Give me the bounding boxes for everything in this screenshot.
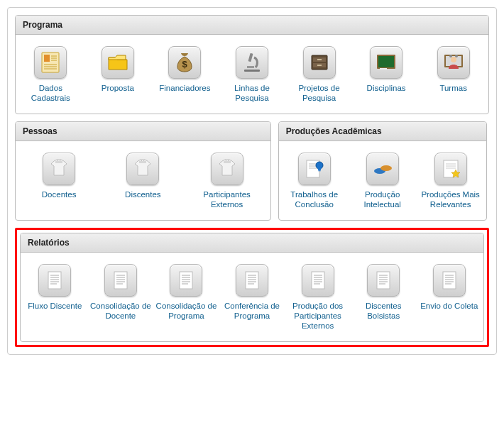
section-header-relatorios: Relatórios <box>21 233 483 253</box>
menu-item-label: Disciplinas <box>367 83 406 93</box>
menu-item-producao-intelectual[interactable]: Produção Intelectual <box>351 153 415 210</box>
menu-item-trabalhos-de-conclusao[interactable]: Trabalhos de Conclusão <box>283 153 346 210</box>
menu-item-proposta[interactable]: Proposta <box>86 46 150 104</box>
menu-item-label: Produções Mais Relevantes <box>419 189 483 210</box>
menu-item-label: Dados Cadastrais <box>18 83 82 104</box>
form-icon <box>34 46 67 79</box>
menu-item-label: Produção Intelectual <box>351 189 415 210</box>
menu-item-label: Proposta <box>102 83 134 93</box>
menu-item-label: Turmas <box>439 83 467 93</box>
shirt-icon <box>43 153 75 185</box>
menu-item-participantes-externos[interactable]: Participantes Externos <box>195 153 259 210</box>
menu-item-docentes[interactable]: Docentes <box>27 153 91 210</box>
menu-item-label: Discentes <box>125 189 161 199</box>
shoes-icon <box>366 153 399 185</box>
menu-item-consolidacao-de-docente[interactable]: Consolidação de Docente <box>89 264 153 331</box>
menu-item-producoes-mais-relevantes[interactable]: Produções Mais Relevantes <box>419 153 483 210</box>
report-icon <box>38 264 71 297</box>
money-bag-icon <box>168 46 201 79</box>
main-panel: Programa Dados CadastraisPropostaFinanci… <box>7 7 497 355</box>
menu-item-discentes-bolsistas[interactable]: Discentes Bolsistas <box>352 264 415 331</box>
menu-item-label: Discentes Bolsistas <box>352 301 415 321</box>
menu-item-envio-do-coleta[interactable]: Envio do Coleta <box>417 264 481 331</box>
microscope-icon <box>236 46 268 79</box>
menu-item-label: Financiadores <box>159 83 210 93</box>
menu-item-producao-dos-participantes-externos[interactable]: Produção dos Participantes Externos <box>286 264 349 331</box>
section-header-producoes: Produções Acadêmicas <box>279 122 486 141</box>
report-icon <box>433 264 466 297</box>
certificate-icon <box>298 153 331 185</box>
menu-item-label: Envio do Coleta <box>420 301 478 311</box>
menu-item-linhas-de-pesquisa[interactable]: Linhas de Pesquisa <box>220 46 284 104</box>
menu-item-label: Linhas de Pesquisa <box>220 83 284 104</box>
report-icon <box>236 264 268 297</box>
report-icon <box>104 264 137 297</box>
section-header-pessoas: Pessoas <box>16 122 270 141</box>
report-icon <box>170 264 202 297</box>
menu-item-label: Participantes Externos <box>195 189 259 210</box>
items-pessoas: DocentesDiscentesParticipantes Externos <box>16 141 270 220</box>
section-relatorios: Relatórios Fluxo DiscenteConsolidação de… <box>20 233 484 342</box>
menu-item-projetos-de-pesquisa[interactable]: Projetos de Pesquisa <box>287 46 351 104</box>
menu-item-label: Trabalhos de Conclusão <box>283 189 346 210</box>
report-icon <box>302 264 334 297</box>
star-page-icon <box>434 153 467 185</box>
menu-item-discentes[interactable]: Discentes <box>111 153 175 210</box>
menu-item-label: Projetos de Pesquisa <box>287 83 351 104</box>
menu-item-fluxo-discente[interactable]: Fluxo Discente <box>23 264 87 331</box>
items-producoes: Trabalhos de ConclusãoProdução Intelectu… <box>279 141 486 220</box>
items-programa: Dados CadastraisPropostaFinanciadoresLin… <box>16 35 488 114</box>
menu-item-label: Fluxo Discente <box>28 301 82 311</box>
menu-item-dados-cadastrais[interactable]: Dados Cadastrais <box>18 46 82 104</box>
items-relatorios: Fluxo DiscenteConsolidação de DocenteCon… <box>21 253 483 341</box>
teacher-icon <box>437 46 470 79</box>
folder-icon <box>102 46 134 79</box>
report-icon <box>367 264 400 297</box>
menu-item-label: Produção dos Participantes Externos <box>286 301 349 331</box>
menu-item-conferencia-de-programa[interactable]: Conferência de Programa <box>221 264 284 331</box>
section-programa: Programa Dados CadastraisPropostaFinanci… <box>15 15 489 114</box>
section-header-programa: Programa <box>16 16 488 35</box>
menu-item-consolidacao-de-programa[interactable]: Consolidação de Programa <box>155 264 218 331</box>
menu-item-label: Docentes <box>42 189 77 199</box>
shirt-icon <box>126 153 159 185</box>
menu-item-label: Consolidação de Docente <box>89 301 153 321</box>
highlight-relatorios: Relatórios Fluxo DiscenteConsolidação de… <box>15 228 489 347</box>
section-producoes: Produções Acadêmicas Trabalhos de Conclu… <box>278 121 487 221</box>
archive-icon <box>303 46 336 79</box>
menu-item-turmas[interactable]: Turmas <box>422 46 486 104</box>
menu-item-financiadores[interactable]: Financiadores <box>153 46 217 104</box>
section-pessoas: Pessoas DocentesDiscentesParticipantes E… <box>15 121 271 221</box>
menu-item-disciplinas[interactable]: Disciplinas <box>354 46 418 104</box>
menu-item-label: Conferência de Programa <box>221 301 284 321</box>
menu-item-label: Consolidação de Programa <box>155 301 218 321</box>
chalkboard-icon <box>370 46 402 79</box>
shirt-icon <box>211 153 243 185</box>
